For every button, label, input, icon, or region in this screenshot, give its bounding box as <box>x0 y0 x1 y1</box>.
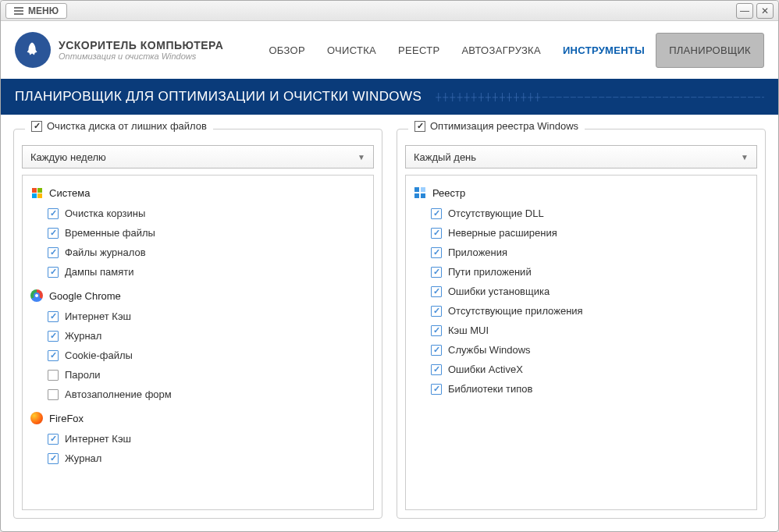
frequency-dropdown-left[interactable]: Каждую неделю ▼ <box>22 145 374 168</box>
logo: УСКОРИТЕЛЬ КОМПЬЮТЕРА Оптимизация и очис… <box>15 32 223 68</box>
list-item: Журнал <box>27 449 368 468</box>
checkbox[interactable] <box>431 325 442 336</box>
item-label: Ошибки установщика <box>448 286 550 297</box>
item-label: Пароли <box>65 369 101 381</box>
chrome-icon <box>30 289 43 302</box>
group: Google ChromeИнтернет КэшЖурналCookie-фа… <box>27 286 368 404</box>
checkbox[interactable] <box>431 228 442 239</box>
checkbox[interactable] <box>48 228 59 239</box>
checkbox[interactable] <box>48 247 59 258</box>
nav-registry[interactable]: РЕЕСТР <box>387 37 450 64</box>
item-label: Интернет Кэш <box>65 310 131 322</box>
checkbox[interactable] <box>48 350 59 361</box>
checkbox[interactable] <box>48 311 59 322</box>
banner-decoration: ┼┼┼┼┼┼┼┼┼┼┼┼┼┼┼─────────────────────────… <box>436 93 764 101</box>
list-item: Дампы памяти <box>27 262 368 282</box>
content: Очистка диска от лишних файлов Каждую не… <box>1 115 778 528</box>
item-label: Ошибки ActiveX <box>448 364 523 375</box>
cleanup-list[interactable]: СистемаОчистка корзиныВременные файлыФай… <box>22 175 374 510</box>
item-label: Очистка корзины <box>65 207 145 219</box>
nav: ОБЗОР ОЧИСТКА РЕЕСТР АВТОЗАГРУЗКА ИНСТРУ… <box>258 33 764 68</box>
checkbox[interactable] <box>431 345 442 356</box>
list-item: Cookie-файлы <box>27 346 368 365</box>
checkbox[interactable] <box>431 306 442 317</box>
item-label: Неверные расширения <box>448 227 557 239</box>
windows-icon <box>32 188 42 198</box>
list-item: Библиотеки типов <box>411 379 752 399</box>
checkbox[interactable] <box>48 267 59 278</box>
list-item: Неверные расширения <box>411 223 752 243</box>
item-label: Интернет Кэш <box>65 433 131 445</box>
group: СистемаОчистка корзиныВременные файлыФай… <box>27 183 368 282</box>
list-item: Отсутствующие приложения <box>411 301 752 321</box>
list-item: Отсутствующие DLL <box>411 204 752 223</box>
menu-button[interactable]: МЕНЮ <box>5 3 67 19</box>
checkbox[interactable] <box>48 389 59 400</box>
item-label: Автозаполнение форм <box>65 388 172 400</box>
nav-cleanup[interactable]: ОЧИСТКА <box>316 37 387 64</box>
panel-title: Очистка диска от лишних файлов <box>25 120 213 132</box>
item-label: Отсутствующие DLL <box>448 207 544 219</box>
nav-tools[interactable]: ИНСТРУМЕНТЫ <box>552 37 656 64</box>
nav-scheduler[interactable]: ПЛАНИРОВЩИК <box>656 33 764 68</box>
registry-list[interactable]: РеестрОтсутствующие DLLНеверные расширен… <box>405 175 757 510</box>
logo-title: УСКОРИТЕЛЬ КОМПЬЮТЕРА <box>59 39 223 51</box>
checkbox[interactable] <box>48 208 59 219</box>
group-header: Реестр <box>411 183 752 204</box>
checkbox[interactable] <box>431 364 442 375</box>
header: УСКОРИТЕЛЬ КОМПЬЮТЕРА Оптимизация и очис… <box>1 21 778 79</box>
checkbox[interactable] <box>431 267 442 278</box>
page-banner: ПЛАНИРОВЩИК ДЛЯ ОПТИМИЗАЦИИ И ОЧИСТКИ WI… <box>1 79 778 115</box>
checkbox[interactable] <box>48 331 59 342</box>
page-title: ПЛАНИРОВЩИК ДЛЯ ОПТИМИЗАЦИИ И ОЧИСТКИ WI… <box>15 89 422 105</box>
group-title: Реестр <box>432 187 465 199</box>
nav-startup[interactable]: АВТОЗАГРУЗКА <box>450 37 552 64</box>
list-item: Автозаполнение форм <box>27 385 368 404</box>
group: FireFoxИнтернет КэшЖурнал <box>27 409 368 468</box>
frequency-dropdown-right[interactable]: Каждый день ▼ <box>405 145 757 168</box>
panel-checkbox[interactable] <box>414 121 425 132</box>
list-item: Ошибки ActiveX <box>411 360 752 379</box>
checkbox[interactable] <box>431 286 442 297</box>
checkbox[interactable] <box>48 370 59 381</box>
list-item: Интернет Кэш <box>27 307 368 326</box>
list-item: Интернет Кэш <box>27 429 368 449</box>
nav-overview[interactable]: ОБЗОР <box>258 37 316 64</box>
item-label: Службы Windows <box>448 344 531 356</box>
list-item: Ошибки установщика <box>411 282 752 301</box>
list-item: Кэш MUI <box>411 321 752 340</box>
item-label: Cookie-файлы <box>65 349 133 361</box>
panel-checkbox[interactable] <box>31 121 42 132</box>
list-item: Пароли <box>27 365 368 385</box>
group-title: Google Chrome <box>49 290 121 302</box>
chevron-down-icon: ▼ <box>357 153 365 161</box>
checkbox[interactable] <box>48 434 59 445</box>
group: РеестрОтсутствующие DLLНеверные расширен… <box>411 183 752 399</box>
firefox-icon <box>30 412 43 424</box>
item-label: Журнал <box>65 330 101 342</box>
item-label: Файлы журналов <box>65 246 146 258</box>
item-label: Пути приложений <box>448 266 532 278</box>
checkbox[interactable] <box>431 208 442 219</box>
list-item: Службы Windows <box>411 340 752 360</box>
chevron-down-icon: ▼ <box>741 153 749 161</box>
panel-title: Оптимизация реестра Windows <box>408 120 585 132</box>
menu-label: МЕНЮ <box>28 5 59 16</box>
app-window: МЕНЮ — ✕ УСКОРИТЕЛЬ КОМПЬЮТЕРА Оптимизац… <box>0 0 779 532</box>
item-label: Журнал <box>65 452 101 464</box>
item-label: Временные файлы <box>65 227 155 239</box>
hamburger-icon <box>14 7 23 15</box>
dropdown-value: Каждый день <box>414 151 476 163</box>
close-button[interactable]: ✕ <box>756 3 774 19</box>
panel-title-text: Оптимизация реестра Windows <box>430 120 578 132</box>
checkbox[interactable] <box>431 247 442 258</box>
checkbox[interactable] <box>48 453 59 464</box>
item-label: Кэш MUI <box>448 325 489 336</box>
list-item: Временные файлы <box>27 223 368 243</box>
checkbox[interactable] <box>431 384 442 395</box>
minimize-button[interactable]: — <box>736 3 753 19</box>
item-label: Библиотеки типов <box>448 383 532 395</box>
rocket-icon <box>24 41 41 59</box>
list-item: Очистка корзины <box>27 204 368 223</box>
registry-icon <box>414 187 425 198</box>
